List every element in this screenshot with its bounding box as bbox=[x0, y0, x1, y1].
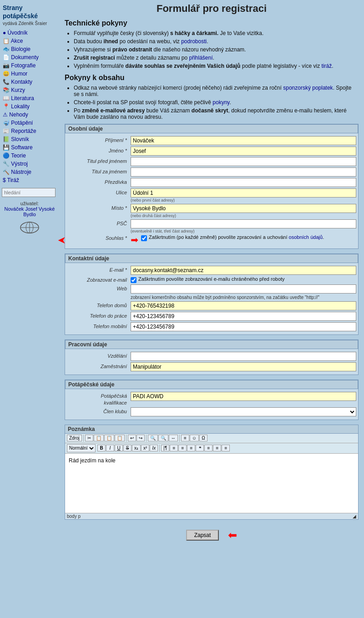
souhlas-text: Zaškrtnutím (po každé změně) povolíte zp… bbox=[149, 234, 324, 240]
sidebar-item-uvodnik[interactable]: ● Úvodník bbox=[0, 29, 59, 37]
clen-select[interactable] bbox=[131, 407, 356, 416]
instruction-item: Vyplněním formuláře dáváte souhlas se zv… bbox=[74, 63, 359, 69]
ulice-input[interactable] bbox=[131, 188, 356, 198]
prezdivka-input[interactable] bbox=[131, 178, 356, 187]
sidebar-item-reportaze[interactable]: 📰 Reportáže bbox=[0, 127, 59, 135]
btn-cut[interactable]: ✂ bbox=[85, 435, 93, 441]
osobni-udaje-title: Osobní údaje bbox=[65, 124, 358, 133]
misto-group: Místo * (nebo druhá část adresy) bbox=[67, 204, 356, 219]
email-input[interactable] bbox=[131, 266, 356, 275]
osobnich-udaju-link[interactable]: osobních údajů bbox=[289, 234, 323, 240]
btn-underline[interactable]: U bbox=[115, 445, 123, 451]
sidebar-item-kurzy[interactable]: 📚 Kurzy bbox=[0, 86, 59, 94]
editor-resize-handle[interactable]: ◢ bbox=[353, 514, 356, 519]
zobrazovat-text: Zaškrtnutím povolíte zobrazování e-mailu… bbox=[138, 276, 285, 282]
sidebar-item-nehody[interactable]: ⚠ Nehody bbox=[0, 111, 59, 119]
psc-input[interactable] bbox=[131, 219, 356, 228]
sidebar-item-biologie[interactable]: 🐟 Biologie bbox=[0, 45, 59, 53]
sidebar-item-lokality[interactable]: 📍 Lokality bbox=[0, 102, 59, 111]
btn-omega[interactable]: Ω bbox=[199, 435, 207, 441]
submit-button[interactable]: Zapsat bbox=[186, 530, 219, 541]
btn-sup[interactable]: x² bbox=[141, 445, 149, 451]
kvalifikace-input[interactable] bbox=[131, 392, 356, 401]
email-row: E-mail * bbox=[67, 266, 356, 275]
telmobil-row: Telefon mobilní bbox=[67, 322, 356, 331]
podrobosti-link[interactable]: podrobosti bbox=[181, 38, 207, 45]
sponzorsky-link[interactable]: sponzorský poplatek bbox=[283, 85, 333, 91]
btn-list[interactable]: ≡ bbox=[181, 435, 189, 441]
zamestnani-input[interactable] bbox=[131, 362, 356, 371]
sidebar-item-vystroj[interactable]: 🔧 Výstroj bbox=[0, 160, 59, 168]
sidebar-item-potapeni[interactable]: 🤿 Potápění bbox=[0, 119, 59, 127]
btn-copy[interactable]: 📋 bbox=[94, 435, 104, 441]
vzdelani-input[interactable] bbox=[131, 352, 356, 361]
btn-redo[interactable]: ↪ bbox=[136, 435, 145, 441]
telprace-label: Telefon do práce bbox=[67, 312, 131, 319]
titul-za-row: Titul za jménem bbox=[67, 167, 356, 177]
btn-ul[interactable]: ≡ bbox=[170, 445, 178, 451]
format-select[interactable]: Normální Nadpis 1 Nadpis 2 bbox=[67, 444, 96, 452]
telmobil-label: Telefon mobilní bbox=[67, 322, 131, 329]
titul-za-input[interactable] bbox=[131, 167, 356, 177]
btn-indent[interactable]: ≡ bbox=[178, 445, 187, 451]
sidebar-item-slovnik[interactable]: 📗 Slovník bbox=[0, 135, 59, 143]
sidebar-item-humor[interactable]: 😄 Humor bbox=[0, 70, 59, 78]
teldom-input[interactable] bbox=[131, 301, 356, 310]
btn-undo[interactable]: ↩ bbox=[128, 435, 136, 441]
prihlaseni-link[interactable]: přihlášení bbox=[189, 55, 212, 61]
sidebar-item-dokumenty[interactable]: 📄 Dokumenty bbox=[0, 53, 59, 61]
sidebar-item-akce[interactable]: 📋 Akce bbox=[0, 37, 59, 45]
btn-align-left[interactable]: ≡ bbox=[204, 445, 212, 451]
btn-paste[interactable]: 📋 bbox=[104, 435, 114, 441]
psc-label: PSČ bbox=[67, 219, 131, 227]
sidebar-item-kontakty[interactable]: 📞 Kontakty bbox=[0, 78, 59, 86]
instruction-item: Zrušit registraci můžete z detailu zázna… bbox=[74, 55, 359, 61]
btn-strike[interactable]: S bbox=[123, 445, 131, 451]
search-input[interactable] bbox=[2, 188, 56, 197]
instruction-item: Formulář vyplňujte česky (či slovensky) … bbox=[74, 30, 359, 36]
sidebar-item-literatura[interactable]: 📖 Literatura bbox=[0, 94, 59, 102]
sidebar-item-fotografie[interactable]: 📷 Fotografie bbox=[0, 61, 59, 70]
editor-content[interactable]: Rád jezdím na kole bbox=[65, 454, 358, 513]
pokyny-link[interactable]: pokyny bbox=[212, 99, 229, 106]
web-row: Web bbox=[67, 284, 356, 294]
btn-paste2[interactable]: 📋 bbox=[115, 435, 125, 441]
btn-ol[interactable]: |¶ bbox=[161, 445, 169, 451]
sidebar-item-nastroje[interactable]: 🔨 Nástroje bbox=[0, 168, 59, 176]
btn-blockquote[interactable]: ❝ bbox=[196, 445, 204, 451]
btn-outdent[interactable]: ≡ bbox=[187, 445, 195, 451]
btn-zdroj[interactable]: Zdroj bbox=[67, 435, 82, 441]
btn-align-center[interactable]: ≡ bbox=[213, 445, 221, 451]
telmobil-input[interactable] bbox=[131, 322, 356, 331]
prijmeni-row: Příjmení * bbox=[67, 136, 356, 145]
btn-table[interactable]: ↔ bbox=[169, 435, 178, 441]
web-input[interactable] bbox=[131, 284, 356, 294]
titul-pred-input[interactable] bbox=[131, 157, 356, 166]
souhlas-checkbox[interactable] bbox=[141, 235, 147, 241]
btn-emoji[interactable]: ☺ bbox=[190, 435, 199, 441]
btn-find[interactable]: 🔍 bbox=[148, 435, 158, 441]
btn-italic[interactable]: I bbox=[106, 445, 114, 451]
misto-input[interactable] bbox=[131, 204, 356, 213]
telprace-input[interactable] bbox=[131, 312, 356, 321]
btn-sub[interactable]: x₂ bbox=[132, 445, 141, 451]
jmeno-input[interactable] bbox=[131, 147, 356, 156]
souhlas-row: Souhlas * ➤ ⬅ Zaškrtnutím (po každé změn… bbox=[67, 234, 356, 245]
kvalifikace-label: Potápěčskákvalifikace bbox=[67, 392, 131, 406]
vzdelani-label: Vzdělání bbox=[67, 352, 131, 359]
btn-align-right[interactable]: ≡ bbox=[222, 445, 230, 451]
btn-bold[interactable]: B bbox=[97, 445, 106, 451]
prijmeni-input[interactable] bbox=[131, 136, 356, 145]
user-name-link[interactable]: Nováček Josef Vysoké Bydlo bbox=[5, 206, 55, 217]
tiraze-link[interactable]: tiráž bbox=[321, 63, 332, 69]
btn-removeformat[interactable]: Ix bbox=[150, 445, 158, 451]
btn-replace[interactable]: 🔍 bbox=[158, 435, 168, 441]
site-title: Strany potápěčské bbox=[0, 2, 59, 21]
sidebar-item-tiraze[interactable]: $ Tiráž bbox=[0, 176, 59, 184]
sidebar-item-software[interactable]: 💾 Software bbox=[0, 143, 59, 152]
zobrazovat-checkbox[interactable] bbox=[131, 277, 136, 283]
sidebar-item-teorie[interactable]: 🔵 Teorie bbox=[0, 152, 59, 160]
psc-sub: (eventuelně i stát, třetí část adresy) bbox=[131, 229, 356, 234]
pracovni-udaje-section: Pracovní údaje Vzdělání Zaměstnání bbox=[65, 339, 359, 375]
poznamka-section: Poznámka Zdroj ✂ 📋 📋 📋 ↩ ↪ 🔍 🔍 ↔ ≡ ☺ Ω bbox=[65, 425, 359, 520]
